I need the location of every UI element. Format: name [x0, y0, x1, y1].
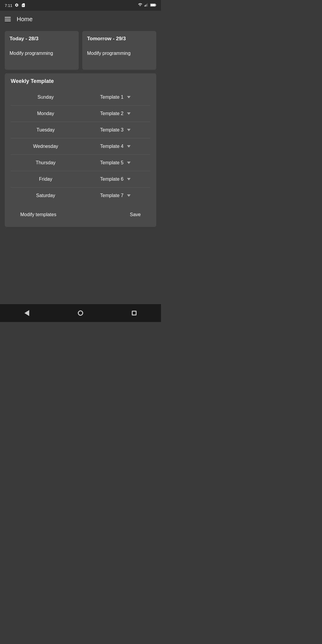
status-time: 7:11 [5, 3, 12, 8]
template-row: SundayTemplate 1 [11, 89, 150, 106]
template-dropdown[interactable]: Template 2 [80, 111, 150, 116]
day-label: Tuesday [11, 127, 80, 133]
weekly-template-card: Weekly Template SundayTemplate 1MondayTe… [5, 73, 156, 227]
settings-icon [15, 3, 19, 8]
svg-rect-0 [145, 5, 145, 7]
card-footer: Modify templates Save [11, 204, 150, 221]
template-value: Template 7 [100, 193, 123, 198]
template-dropdown[interactable]: Template 7 [80, 193, 150, 198]
battery-icon [150, 3, 156, 8]
hamburger-line [5, 17, 11, 18]
svg-rect-6 [151, 4, 155, 6]
template-value: Template 4 [100, 144, 123, 149]
svg-rect-3 [147, 3, 148, 6]
day-label: Monday [11, 111, 80, 116]
template-dropdown[interactable]: Template 5 [80, 160, 150, 165]
template-value: Template 2 [100, 111, 123, 116]
recents-icon [132, 311, 137, 315]
chevron-down-icon [127, 129, 131, 131]
chevron-down-icon [127, 96, 131, 98]
home-icon [78, 310, 83, 316]
day-label: Thursday [11, 160, 80, 165]
day-label: Friday [11, 177, 80, 182]
today-card[interactable]: Today - 28/3 Modify programming [5, 31, 79, 70]
template-row: FridayTemplate 6 [11, 171, 150, 188]
weekly-template-title: Weekly Template [11, 78, 150, 84]
recents-button[interactable] [125, 308, 144, 318]
template-dropdown[interactable]: Template 3 [80, 127, 150, 133]
template-dropdown[interactable]: Template 1 [80, 95, 150, 100]
template-value: Template 1 [100, 95, 123, 100]
template-row: ThursdayTemplate 5 [11, 155, 150, 171]
svg-rect-1 [145, 5, 146, 7]
hamburger-line [5, 19, 11, 19]
menu-button[interactable] [5, 17, 11, 21]
signal-icon [144, 3, 148, 8]
today-action: Modify programming [10, 51, 74, 56]
template-row: TuesdayTemplate 3 [11, 122, 150, 138]
day-label: Sunday [11, 95, 80, 100]
template-value: Template 3 [100, 127, 123, 133]
main-content: Today - 28/3 Modify programming Tomorrow… [0, 27, 161, 304]
app-bar: Home [0, 11, 161, 27]
template-dropdown[interactable]: Template 6 [80, 177, 150, 182]
template-row: WednesdayTemplate 4 [11, 138, 150, 155]
tomorrow-card[interactable]: Tomorrow - 29/3 Modify programming [82, 31, 156, 70]
sim-icon [21, 3, 25, 8]
day-label: Saturday [11, 193, 80, 198]
chevron-down-icon [127, 112, 131, 115]
chevron-down-icon [127, 162, 131, 164]
template-value: Template 5 [100, 160, 123, 165]
hamburger-line [5, 21, 11, 21]
page-title: Home [17, 16, 32, 23]
template-row: MondayTemplate 2 [11, 106, 150, 122]
tomorrow-title: Tomorrow - 29/3 [87, 36, 151, 42]
back-icon [24, 310, 29, 316]
template-rows: SundayTemplate 1MondayTemplate 2TuesdayT… [11, 89, 150, 204]
nav-bar [0, 304, 161, 322]
template-row: SaturdayTemplate 7 [11, 188, 150, 204]
modify-templates-button[interactable]: Modify templates [17, 210, 60, 220]
today-title: Today - 28/3 [10, 36, 74, 42]
status-bar: 7:11 [0, 0, 161, 11]
home-button[interactable] [71, 308, 90, 318]
template-dropdown[interactable]: Template 4 [80, 144, 150, 149]
chevron-down-icon [127, 194, 131, 197]
tomorrow-action: Modify programming [87, 51, 151, 56]
wifi-icon [138, 3, 143, 8]
template-value: Template 6 [100, 177, 123, 182]
status-icons [138, 3, 156, 8]
back-button[interactable] [17, 308, 36, 318]
svg-rect-5 [156, 4, 156, 6]
save-button[interactable]: Save [126, 210, 144, 220]
day-label: Wednesday [11, 144, 80, 149]
chevron-down-icon [127, 178, 131, 180]
svg-rect-2 [146, 4, 147, 7]
chevron-down-icon [127, 145, 131, 148]
day-cards-row: Today - 28/3 Modify programming Tomorrow… [5, 31, 156, 70]
